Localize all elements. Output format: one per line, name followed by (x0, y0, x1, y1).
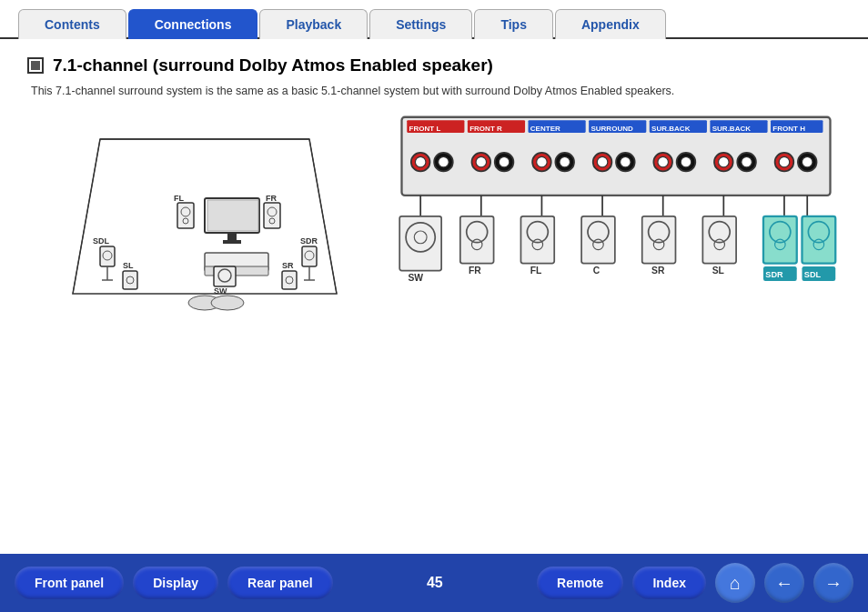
svg-point-69 (621, 156, 631, 166)
svg-text:CENTER: CENTER (530, 125, 560, 133)
svg-rect-119 (802, 216, 835, 264)
tab-playback[interactable]: Playback (259, 9, 368, 39)
svg-rect-21 (100, 246, 115, 266)
svg-rect-10 (177, 203, 194, 228)
svg-rect-5 (227, 233, 237, 240)
svg-text:SW: SW (408, 273, 423, 283)
svg-rect-94 (460, 216, 494, 264)
diagrams-area: FL FR SW SDL (27, 112, 841, 321)
svg-rect-14 (264, 203, 280, 228)
svg-line-1 (73, 139, 100, 294)
section-title: 7.1-channel (surround Dolby Atmos Enable… (27, 55, 841, 75)
svg-rect-34 (282, 271, 297, 289)
tab-appendix[interactable]: Appendix (555, 9, 666, 39)
main-content: 7.1-channel (surround Dolby Atmos Enable… (0, 39, 868, 330)
section-checkbox-icon (27, 57, 44, 74)
rear-panel-button[interactable]: Rear panel (227, 567, 333, 599)
room-diagram: FL FR SW SDL (27, 112, 373, 321)
svg-text:SL: SL (712, 266, 724, 276)
svg-rect-7 (207, 200, 258, 231)
prev-icon: ← (775, 573, 793, 594)
svg-text:SDL: SDL (804, 270, 822, 279)
tab-tips[interactable]: Tips (474, 9, 553, 39)
svg-rect-102 (581, 216, 615, 264)
svg-point-57 (439, 156, 449, 166)
svg-text:SUR.BACK: SUR.BACK (712, 125, 752, 133)
svg-text:SDR: SDR (765, 270, 783, 279)
svg-rect-26 (302, 246, 317, 266)
svg-text:SDR: SDR (300, 236, 318, 246)
room-diagram-svg: FL FR SW SDL (27, 112, 373, 321)
svg-point-63 (537, 156, 547, 166)
svg-point-71 (658, 156, 668, 166)
tab-contents[interactable]: Contents (18, 9, 126, 39)
svg-rect-110 (702, 216, 736, 264)
svg-point-75 (719, 156, 729, 166)
page-number: 45 (342, 575, 528, 591)
remote-button[interactable]: Remote (537, 567, 623, 599)
svg-line-2 (309, 139, 337, 294)
svg-text:FRONT H: FRONT H (772, 125, 805, 133)
svg-point-65 (560, 156, 570, 166)
svg-point-67 (597, 156, 607, 166)
svg-point-38 (211, 296, 244, 310)
svg-rect-6 (223, 240, 241, 244)
svg-rect-98 (520, 216, 554, 264)
next-button[interactable]: → (813, 563, 853, 603)
svg-point-61 (499, 156, 509, 166)
svg-text:FR: FR (266, 194, 277, 203)
connections-diagram-svg: FRONT L FRONT R CENTER SURROUND SUR.BACK… (391, 112, 841, 342)
svg-point-73 (681, 156, 691, 166)
svg-text:SR: SR (651, 266, 665, 276)
tab-connections[interactable]: Connections (128, 9, 258, 39)
home-icon: ⌂ (730, 573, 741, 594)
connections-diagram: FRONT L FRONT R CENTER SURROUND SUR.BACK… (391, 112, 841, 312)
section-heading: 7.1-channel (surround Dolby Atmos Enable… (53, 55, 493, 75)
top-navigation: Contents Connections Playback Settings T… (0, 0, 868, 39)
home-button[interactable]: ⌂ (715, 563, 755, 603)
svg-text:FL: FL (174, 194, 184, 203)
svg-text:SUR.BACK: SUR.BACK (651, 125, 691, 133)
svg-rect-114 (763, 216, 797, 264)
svg-point-77 (742, 156, 752, 166)
prev-button[interactable]: ← (764, 563, 804, 603)
svg-point-81 (802, 156, 812, 166)
tab-settings[interactable]: Settings (369, 9, 472, 39)
svg-text:SR: SR (282, 261, 294, 270)
svg-rect-106 (642, 216, 676, 264)
display-button[interactable]: Display (133, 567, 218, 599)
svg-text:FRONT R: FRONT R (469, 125, 502, 133)
svg-text:SW: SW (214, 286, 227, 296)
next-icon: → (824, 573, 843, 594)
svg-text:FRONT L: FRONT L (409, 125, 441, 133)
svg-point-55 (415, 156, 425, 166)
svg-point-59 (476, 156, 486, 166)
svg-rect-31 (123, 271, 137, 289)
svg-text:SURROUND: SURROUND (590, 125, 633, 133)
svg-text:SL: SL (123, 261, 134, 270)
section-subtitle: This 7.1-channel surround system is the … (31, 85, 841, 97)
svg-point-79 (779, 156, 789, 166)
svg-text:FL: FL (530, 266, 542, 276)
svg-text:C: C (593, 266, 601, 276)
bottom-navigation: Front panel Display Rear panel 45 Remote… (0, 554, 868, 612)
index-button[interactable]: Index (632, 567, 706, 599)
svg-text:SDL: SDL (93, 236, 110, 246)
svg-text:FR: FR (469, 266, 481, 276)
front-panel-button[interactable]: Front panel (15, 567, 124, 599)
